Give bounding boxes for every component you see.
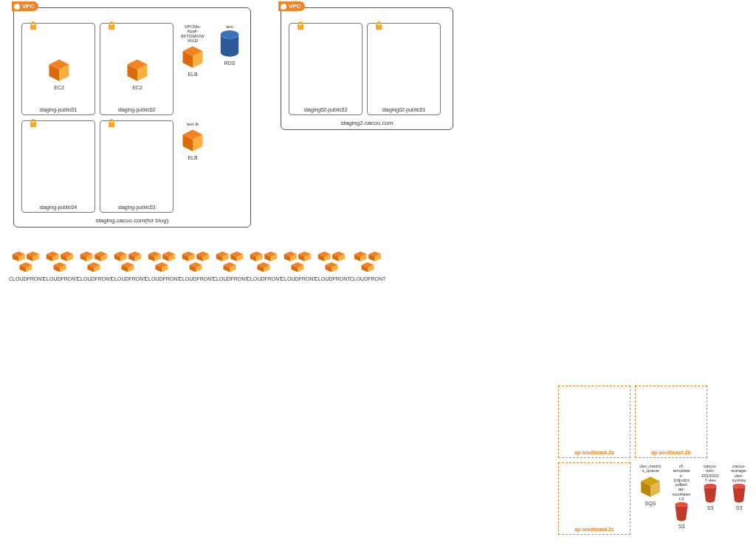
elb-label: ELB	[176, 72, 209, 77]
subnet-label: staging02-public02	[289, 107, 362, 112]
cloudfront-icon: CLOUDFRONT	[77, 250, 111, 281]
cloudfront-icon: CLOUDFRONT	[315, 250, 348, 281]
subnet-label: staging02-public01	[368, 107, 440, 112]
cloudfront-label: CLOUDFRONT	[213, 276, 247, 281]
subnet-staging-public02: EC2 staging-public02	[100, 23, 173, 115]
subnet-staging02-public01: staging02-public01	[367, 23, 441, 115]
s3-icon-1: cf- template s- 1hljudcz xd8wf- ap- sout…	[668, 464, 695, 529]
s3-2-label: S3	[697, 505, 724, 510]
elb-toplabel: VPCMu- Appli- 8FTDMIVW XHJ2	[176, 24, 209, 43]
az-box-b: ap-southeast-2b	[635, 386, 707, 458]
az-label-c: ap-southeast-2c	[559, 527, 630, 532]
s3-icon-2: cacoo- cdn- 2015010 7-dev S3	[697, 464, 724, 510]
az-box-a: ap-southeast-2a	[558, 386, 630, 458]
cloudfront-icon: CLOUDFRONT	[111, 250, 145, 281]
s3-3-label: S3	[726, 505, 752, 510]
cloudfront-label: CLOUDFRONT	[9, 276, 43, 281]
sqs-label: SQS	[635, 501, 666, 506]
cloudfront-label: CLOUDFRONT	[348, 276, 387, 281]
cloudfront-row: CLOUDFRONTCLOUDFRONTCLOUDFRONTCLOUDFRONT…	[9, 250, 387, 281]
cloudfront-label: CLOUDFRONT	[247, 276, 281, 281]
lock-icon	[106, 118, 117, 129]
vpc-badge-2: VPC	[278, 1, 305, 11]
vpc-box-2: staging2.cacoo.com staging02-public02 st…	[281, 7, 453, 130]
cloudfront-icon: CLOUDFRONT	[348, 250, 387, 281]
cloudfront-label: CLOUDFRONT	[179, 276, 213, 281]
az-label-b: ap-southeast-2b	[636, 450, 707, 455]
s3-3-toplabel: cacoo- storage- dev- sydney	[726, 464, 752, 482]
cloudfront-icon: CLOUDFRONT	[9, 250, 43, 281]
ec2-label: EC2	[121, 85, 154, 90]
cloudfront-label: CLOUDFRONT	[77, 276, 111, 281]
rds-toplabel: test	[213, 24, 246, 29]
cloudfront-label: CLOUDFRONT	[43, 276, 77, 281]
svg-point-9	[221, 30, 238, 38]
elb-icon-2: test-lb ELB	[176, 122, 209, 160]
vpc-badge: VPC	[12, 1, 38, 11]
ec2-icon: EC2	[43, 57, 75, 90]
subnet-label: staging-public04	[22, 205, 94, 210]
rds-icon: test RDS	[213, 24, 246, 66]
cloudfront-icon: CLOUDFRONT	[281, 250, 315, 281]
subnet-label: staging-public03	[100, 205, 173, 210]
elb-icon: VPCMu- Appli- 8FTDMIVW XHJ2 ELB	[176, 24, 209, 77]
subnet-staging-public04: staging-public04	[21, 120, 95, 213]
lock-icon	[28, 21, 38, 31]
az-box-c: ap-southeast-2c	[558, 462, 630, 535]
vpc2-label: staging2.cacoo.com	[281, 120, 453, 126]
cloudfront-icon: CLOUDFRONT	[145, 250, 179, 281]
subnet-label: staging-public02	[100, 107, 173, 112]
subnet-staging-public03: staging-public03	[100, 120, 173, 213]
subnet-label: staging-public01	[22, 107, 94, 112]
ec2-label: EC2	[43, 85, 75, 90]
s3-2-toplabel: cacoo- cdn- 2015010 7-dev	[697, 464, 724, 482]
lock-icon	[295, 21, 306, 31]
cloudfront-icon: CLOUDFRONT	[43, 250, 77, 281]
cloudfront-icon: CLOUDFRONT	[179, 250, 213, 281]
cloudfront-icon: CLOUDFRONT	[213, 250, 247, 281]
elb2-toplabel: test-lb	[176, 122, 209, 126]
ec2-icon: EC2	[121, 57, 154, 90]
sqs-toplabel: dev_metric s_queue	[635, 464, 666, 473]
subnet-staging02-public02: staging02-public02	[289, 23, 362, 115]
vpc1-label: staging.cacoo.com(for blog)	[14, 217, 250, 224]
lock-icon	[374, 21, 384, 31]
s3-1-label: S3	[668, 524, 695, 529]
lock-icon	[28, 118, 38, 129]
lock-icon	[106, 21, 117, 31]
elb-label: ELB	[176, 155, 209, 160]
cloudfront-label: CLOUDFRONT	[145, 276, 179, 281]
cloudfront-label: CLOUDFRONT	[281, 276, 315, 281]
cloudfront-icon: CLOUDFRONT	[247, 250, 281, 281]
sqs-icon: dev_metric s_queue SQS	[635, 464, 666, 506]
s3-icon-3: cacoo- storage- dev- sydney S3	[726, 464, 752, 510]
cloudfront-label: CLOUDFRONT	[315, 276, 348, 281]
az-label-a: ap-southeast-2a	[559, 450, 630, 455]
cloudfront-label: CLOUDFRONT	[111, 276, 145, 281]
vpc-box-1: staging.cacoo.com(for blog) EC2 staging-…	[13, 7, 251, 228]
s3-1-toplabel: cf- template s- 1hljudcz xd8wf- ap- sout…	[668, 464, 695, 501]
subnet-staging-public01: EC2 staging-public01	[21, 23, 95, 115]
rds-label: RDS	[213, 61, 246, 66]
